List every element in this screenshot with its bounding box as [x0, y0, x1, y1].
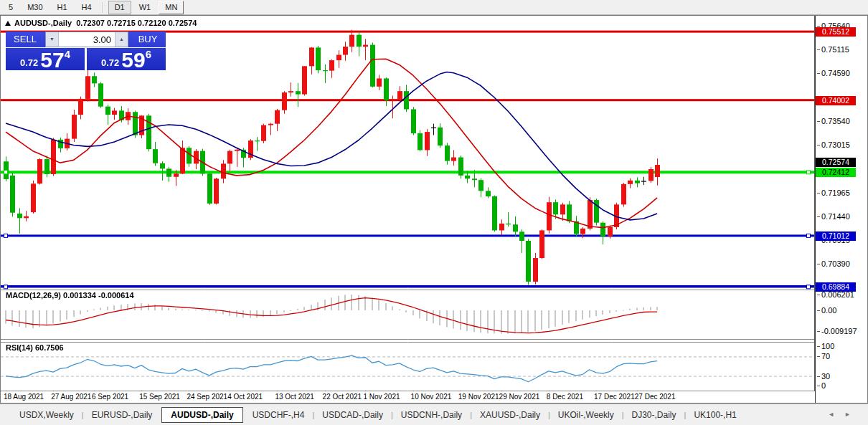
price-badge-0.75512: 0.75512 — [816, 27, 856, 37]
price-badge-0.72412: 0.72412 — [816, 168, 856, 177]
timeframe-button-h4[interactable]: H4 — [75, 1, 98, 14]
resistance-line-07400[interactable] — [1, 99, 815, 102]
tab-ukoil-weekly[interactable]: UKOil-,Weekly — [549, 407, 623, 423]
rsi-tick-30: 30 — [821, 372, 830, 381]
buy-button[interactable]: BUY — [130, 32, 166, 47]
sell-price-base: 0.72 — [20, 57, 38, 68]
price-tick-0.70390: 0.70390 — [821, 259, 850, 269]
current-price-badge: 0.72574 — [816, 158, 856, 167]
buy-price-pip: 6 — [146, 48, 151, 60]
tab-scroll-right-icon[interactable]: ► — [844, 411, 861, 418]
tab-uk100-h1[interactable]: UK100-,H1 — [684, 407, 745, 423]
rsi-tick-0: 0 — [821, 381, 826, 391]
buy-price-base: 0.72 — [101, 57, 119, 68]
price-badge-0.69884: 0.69884 — [816, 282, 856, 292]
macd-indicator-label: MACD(12,26,9) 0.001334 -0.000614 — [6, 291, 134, 300]
sell-button[interactable]: SELL — [6, 32, 44, 47]
sell-price-display[interactable]: 0.72 57 4 — [6, 48, 85, 70]
one-click-trading-panel: SELL ▼ ▲ BUY 0.72 57 4 0.72 59 6 — [6, 32, 166, 70]
timeframe-toolbar: 5 M30 H1 H4 D1 W1 MN — [0, 0, 868, 15]
timeframe-button-d1[interactable]: D1 — [108, 1, 131, 14]
price-tick-0.71965: 0.71965 — [821, 188, 850, 198]
price-tick-0.73540: 0.73540 — [821, 117, 850, 126]
price-tick-0.73015: 0.73015 — [821, 140, 850, 150]
date-label: 27 Dec 2021 — [635, 393, 676, 401]
support-line-07241[interactable] — [1, 171, 815, 174]
rsi-indicator-label: RSI(14) 60.7506 — [6, 343, 64, 352]
timeframe-button-m5[interactable]: 5 — [2, 1, 19, 14]
tab-usdx-weekly[interactable]: USDX,Weekly — [10, 407, 83, 423]
macd-tick-0.00: 0.00 — [821, 306, 836, 315]
date-label: 22 Oct 2021 — [323, 393, 362, 401]
date-label: 24 Sep 2021 — [187, 393, 227, 401]
date-label: 27 Aug 2021 — [51, 393, 91, 401]
rsi-tick-100: 100 — [821, 342, 834, 351]
price-axis[interactable]: 0.756400.751150.745900.735400.730150.719… — [815, 16, 867, 403]
chart-symbol-label: AUDUSD-,Daily — [14, 19, 72, 27]
trade-panel-top-row: SELL ▼ ▲ BUY — [6, 32, 166, 48]
timeframe-button-w1[interactable]: W1 — [133, 1, 158, 14]
volume-stepper: ▼ ▲ — [45, 32, 128, 47]
tab-audusd-daily[interactable]: AUDUSD-,Daily — [161, 407, 242, 423]
time-axis[interactable]: 18 Aug 202127 Aug 20216 Sep 202115 Sep 2… — [1, 391, 815, 403]
tab-usdcnh-daily[interactable]: USDCNH-,Daily — [392, 407, 471, 423]
chart-tab-bar: USDX,Weekly|EURUSD-,DailyAUDUSD-,DailyUS… — [0, 403, 868, 425]
chart-canvas[interactable] — [1, 16, 815, 403]
date-label: 17 Dec 2021 — [594, 393, 635, 401]
date-label: 4 Oct 2021 — [227, 393, 263, 401]
tab-eurusd-daily[interactable]: EURUSD-,Daily — [82, 407, 162, 423]
buy-price-big: 59 — [121, 50, 145, 70]
date-label: 10 Nov 2021 — [411, 393, 452, 401]
trade-panel-price-row: 0.72 57 4 0.72 59 6 — [6, 48, 166, 70]
volume-input[interactable] — [59, 32, 115, 47]
toolbar-separator — [103, 2, 104, 13]
date-label: 8 Dec 2021 — [547, 393, 583, 401]
macd-tick--0.009197: -0.009197 — [821, 327, 857, 336]
volume-increase-button[interactable]: ▲ — [115, 32, 128, 47]
support-line-06988[interactable] — [1, 285, 815, 289]
date-label: 1 Nov 2021 — [363, 393, 400, 401]
date-label: 15 Sep 2021 — [139, 393, 180, 401]
price-badge-0.74002: 0.74002 — [816, 96, 856, 105]
price-badge-0.71012: 0.71012 — [816, 231, 856, 241]
panel-toggle-icon[interactable] — [5, 21, 11, 26]
tab-dj30-daily[interactable]: DJ30-,Daily — [623, 407, 686, 423]
date-label: 29 Nov 2021 — [499, 393, 540, 401]
chart-ohlc-values: 0.72307 0.72715 0.72120 0.72574 — [76, 19, 197, 27]
price-tick-0.74590: 0.74590 — [821, 69, 850, 78]
buy-price-display[interactable]: 0.72 59 6 — [87, 48, 166, 70]
price-tick-0.75115: 0.75115 — [821, 45, 849, 54]
chart-window: AUDUSD-,Daily 0.72307 0.72715 0.72120 0.… — [0, 15, 868, 403]
timeframe-button-h1[interactable]: H1 — [51, 1, 74, 14]
sell-price-pip: 4 — [65, 48, 70, 60]
timeframe-button-m30[interactable]: M30 — [21, 1, 49, 14]
date-label: 19 Nov 2021 — [458, 393, 499, 401]
chart-title: AUDUSD-,Daily 0.72307 0.72715 0.72120 0.… — [5, 19, 197, 27]
tab-usdcad-daily[interactable]: USDCAD-,Daily — [313, 407, 392, 423]
tab-xauusd-daily[interactable]: XAUUSD-,Daily — [471, 407, 549, 423]
sell-price-big: 57 — [40, 50, 64, 70]
timeframe-button-mn[interactable]: MN — [159, 1, 184, 14]
tab-scroll-left-icon[interactable]: ◄ — [828, 411, 844, 418]
price-tick-0.71440: 0.71440 — [821, 212, 850, 221]
date-label: 18 Aug 2021 — [4, 393, 44, 401]
date-label: 6 Sep 2021 — [92, 393, 128, 401]
tab-scroll-arrows: ◄► — [828, 411, 861, 418]
date-label: 13 Oct 2021 — [275, 393, 313, 401]
volume-decrease-button[interactable]: ▼ — [46, 32, 59, 47]
support-line-07101[interactable] — [1, 234, 815, 238]
rsi-tick-70: 70 — [821, 352, 830, 361]
tab-usdchf-h4[interactable]: USDCHF-,H4 — [243, 407, 314, 423]
